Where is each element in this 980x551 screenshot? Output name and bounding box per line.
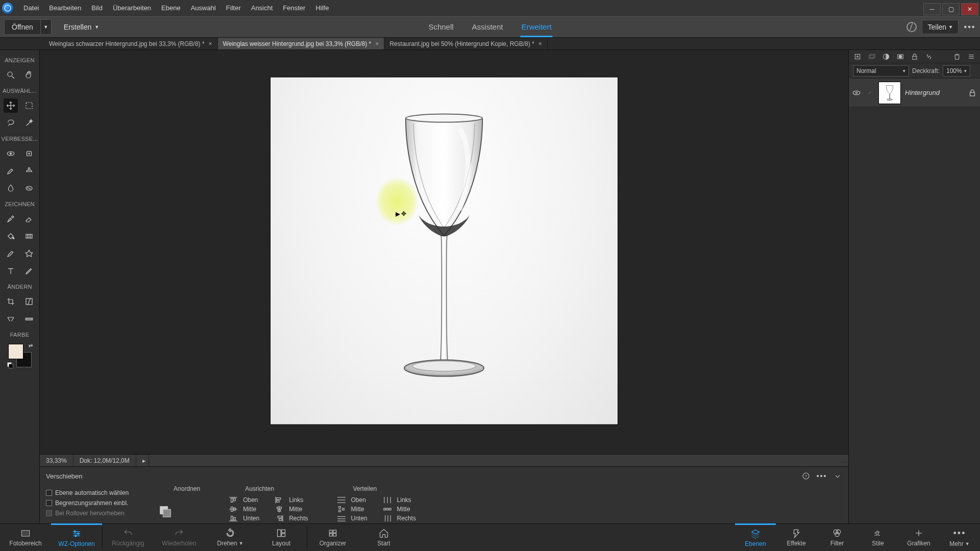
foreground-color-swatch[interactable] (8, 344, 23, 359)
create-button[interactable]: Erstellen ▼ (64, 23, 99, 31)
paint-bucket-tool[interactable] (4, 229, 18, 243)
eyedropper-tool[interactable] (4, 246, 18, 261)
more-panel-button[interactable]: •••Mehr▼ (939, 524, 980, 551)
distribute-top-icon[interactable] (336, 495, 347, 505)
help-icon[interactable]: ? (801, 471, 811, 481)
blur-tool[interactable] (4, 181, 18, 195)
magic-wand-tool[interactable] (22, 116, 36, 130)
blend-mode-select[interactable]: Normal ▾ (853, 65, 909, 77)
redo-button[interactable]: Wiederholen (154, 524, 205, 551)
opacity-input[interactable]: 100% ▾ (943, 65, 970, 77)
distribute-middle-label[interactable]: Mitte (351, 506, 364, 513)
distribute-bottom-label[interactable]: Unten (351, 515, 368, 522)
menu-auswahl[interactable]: Auswahl (186, 0, 221, 16)
layer-row[interactable]: Hintergrund (849, 79, 980, 107)
move-tool[interactable] (4, 98, 18, 113)
undo-button[interactable]: Rückgängig (103, 524, 154, 551)
rotate-button[interactable]: Drehen▼ (205, 524, 256, 551)
smart-brush-tool[interactable] (4, 164, 18, 178)
menu-hilfe[interactable]: Hilfe (310, 0, 334, 16)
align-bottom-icon[interactable] (228, 514, 239, 523)
share-button[interactable]: Teilen ▼ (922, 20, 959, 34)
default-colors-icon[interactable] (7, 362, 13, 368)
align-center-label[interactable]: Mitte (289, 506, 302, 513)
doc-size[interactable]: Dok: 12,0M/12,0M (74, 455, 136, 466)
color-swatches[interactable]: ⇄ (8, 344, 32, 367)
window-minimize-button[interactable]: ─ (923, 3, 941, 15)
layer-thumbnail[interactable] (878, 82, 901, 104)
panel-menu-icon[interactable] (967, 52, 976, 61)
distribute-left-label[interactable]: Links (397, 496, 411, 504)
artboard[interactable]: ▸✥ (271, 78, 618, 424)
sponge-tool[interactable] (22, 181, 36, 195)
mode-tab-advanced[interactable]: Erweitert (520, 17, 552, 37)
lasso-tool[interactable] (4, 116, 18, 130)
document-tab[interactable]: Restaurant.jpg bei 50% (Hintergrund Kopi… (384, 38, 548, 49)
styles-panel-button[interactable]: ﬆStile (857, 524, 898, 551)
marquee-tool[interactable] (22, 98, 36, 113)
align-left-label[interactable]: Links (289, 496, 303, 504)
align-right-label[interactable]: Rechts (289, 515, 308, 522)
distribute-right-label[interactable]: Rechts (397, 515, 416, 522)
color-theme-icon[interactable] (906, 22, 917, 32)
document-tab[interactable]: Weinglas schwarzer Hintergrund.jpg bei 3… (44, 38, 218, 49)
mode-tab-assistant[interactable]: Assistent (471, 17, 504, 37)
swap-colors-icon[interactable]: ⇄ (29, 343, 33, 348)
window-maximize-button[interactable]: ▢ (942, 3, 960, 15)
distribute-center-icon[interactable] (382, 505, 393, 514)
options-overflow-icon[interactable]: ••• (816, 470, 828, 482)
open-button[interactable]: Öffnen ▼ (4, 19, 52, 35)
distribute-top-label[interactable]: Oben (351, 496, 366, 504)
zoom-level[interactable]: 33,33% (40, 455, 74, 466)
menu-bearbeiten[interactable]: Bearbeiten (44, 0, 86, 16)
layer-name[interactable]: Hintergrund (905, 89, 964, 96)
graphics-panel-button[interactable]: Grafiken (898, 524, 939, 551)
redeye-tool[interactable] (4, 146, 18, 161)
window-close-button[interactable]: ✕ (961, 3, 978, 15)
menu-fenster[interactable]: Fenster (278, 0, 310, 16)
delete-layer-icon[interactable] (952, 52, 962, 61)
align-top-label[interactable]: Oben (243, 496, 258, 504)
open-button-dropdown[interactable]: ▼ (40, 19, 52, 35)
bounds-checkbox[interactable]: Begrenzungsrahmen einbl. (46, 499, 129, 507)
type-tool[interactable] (4, 264, 18, 278)
arrange-icon[interactable] (156, 503, 175, 521)
link-layers-icon[interactable] (924, 52, 934, 61)
close-tab-icon[interactable]: × (538, 40, 542, 47)
adjustment-layer-icon[interactable] (881, 52, 891, 61)
recompose-tool[interactable] (22, 294, 36, 309)
distribute-middle-icon[interactable] (336, 505, 347, 514)
lock-icon[interactable] (968, 88, 977, 97)
align-left-icon[interactable] (274, 495, 285, 505)
crop-tool[interactable] (4, 294, 18, 309)
effects-panel-button[interactable]: Effekte (776, 524, 817, 551)
menu-ansicht[interactable]: Ansicht (246, 0, 278, 16)
menu-ebene[interactable]: Ebene (156, 0, 186, 16)
new-group-icon[interactable] (867, 52, 876, 61)
straighten-tool[interactable] (22, 312, 36, 326)
hand-tool[interactable] (22, 68, 36, 82)
clone-stamp-tool[interactable] (22, 164, 36, 178)
document-tab[interactable]: Weinglas weisser Hintergrund.jpg bei 33,… (218, 38, 385, 49)
zoom-tool[interactable] (4, 68, 18, 82)
tool-options-button[interactable]: WZ-Optionen (51, 523, 102, 551)
align-center-icon[interactable] (274, 505, 285, 514)
photobin-button[interactable]: Fotobereich (0, 524, 51, 551)
canvas-area[interactable]: ▸✥ (40, 50, 848, 454)
menu-datei[interactable]: Datei (18, 0, 44, 16)
distribute-bottom-icon[interactable] (336, 514, 347, 523)
menu-filter[interactable]: Filter (221, 0, 246, 16)
eraser-tool[interactable] (22, 212, 36, 226)
overflow-menu-button[interactable]: ••• (964, 21, 976, 33)
auto-select-checkbox[interactable]: Ebene automatisch wählen (46, 489, 129, 496)
menu-bild[interactable]: Bild (86, 0, 108, 16)
align-right-icon[interactable] (274, 514, 285, 523)
gradient-tool[interactable] (22, 229, 36, 243)
content-aware-move-tool[interactable] (4, 312, 18, 326)
align-middle-icon[interactable] (228, 505, 239, 514)
distribute-left-icon[interactable] (382, 495, 393, 505)
distribute-center-label[interactable]: Mitte (397, 506, 410, 513)
layout-button[interactable]: Layout (256, 524, 307, 551)
distribute-right-icon[interactable] (382, 514, 393, 523)
organizer-button[interactable]: Organizer (307, 524, 358, 551)
